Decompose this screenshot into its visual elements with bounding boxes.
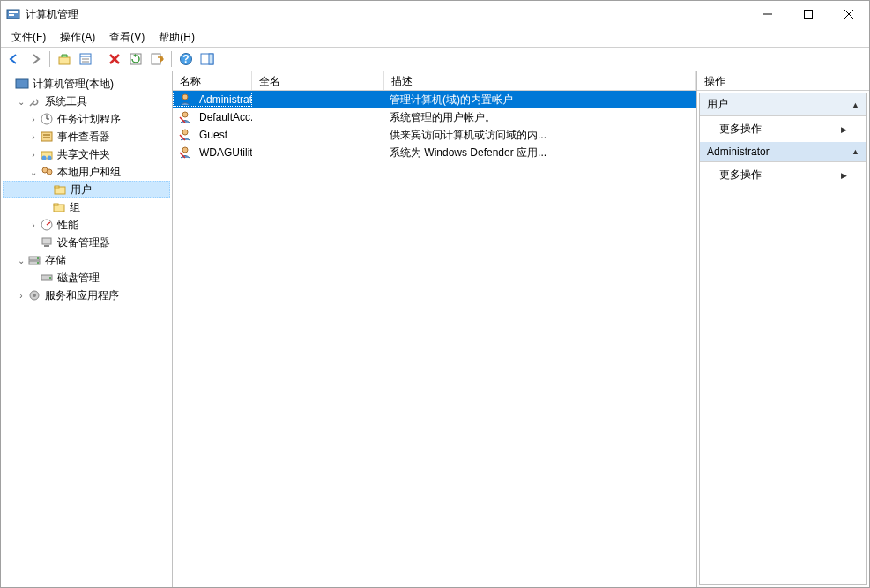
svg-point-43	[37, 262, 39, 264]
actions-body: 用户 ▲ 更多操作 ▶ Administrator ▲ 更多操作 ▶	[699, 93, 867, 585]
action-section-label: Administrator	[707, 145, 770, 158]
list-row[interactable]: Guest 供来宾访问计算机或访问域的内...	[173, 126, 696, 144]
action-section-users[interactable]: 用户 ▲	[700, 93, 866, 116]
minimize-button[interactable]	[747, 1, 788, 27]
actions-panel: 操作 用户 ▲ 更多操作 ▶ Administrator ▲ 更多操作 ▶	[697, 71, 869, 587]
show-hide-action-pane-button[interactable]	[197, 49, 217, 69]
chevron-right-icon[interactable]: ›	[27, 220, 40, 230]
chevron-right-icon[interactable]: ›	[27, 150, 40, 160]
titlebar: 计算机管理	[1, 1, 869, 27]
user-name: WDAGUtilit...	[199, 146, 252, 159]
tree-label: 磁盘管理	[57, 271, 100, 286]
action-more-users[interactable]: 更多操作 ▶	[700, 116, 866, 142]
chevron-down-icon[interactable]: ⌄	[27, 167, 40, 177]
tree-task-scheduler[interactable]: › 任务计划程序	[3, 110, 170, 128]
toolbar-separator	[49, 51, 50, 67]
svg-rect-39	[44, 245, 49, 247]
tree-panel[interactable]: 计算机管理(本地) ⌄ 系统工具 › 任务计划程序 › 事件查看器 › 共享文件…	[1, 71, 173, 587]
main-content: 计算机管理(本地) ⌄ 系统工具 › 任务计划程序 › 事件查看器 › 共享文件…	[1, 71, 869, 587]
nav-forward-button[interactable]	[26, 49, 45, 69]
nav-back-button[interactable]	[4, 49, 24, 69]
list-panel: 名称 全名 描述 Administrat... 管理计算机(域)的内置帐户 De…	[173, 71, 697, 587]
tree-disk-management[interactable]: 磁盘管理	[3, 269, 170, 287]
column-header-name[interactable]: 名称	[173, 71, 252, 90]
tree-system-tools[interactable]: ⌄ 系统工具	[3, 93, 170, 110]
event-viewer-icon	[40, 130, 54, 144]
close-button[interactable]	[829, 1, 869, 27]
user-description: 供来宾访问计算机或访问域的内...	[384, 128, 696, 143]
user-description: 系统管理的用户帐户。	[384, 110, 696, 125]
svg-rect-7	[59, 57, 70, 64]
tree-storage[interactable]: ⌄ 存储	[3, 251, 170, 269]
services-icon	[27, 288, 41, 302]
chevron-up-icon: ▲	[851, 100, 859, 109]
chevron-right-icon[interactable]: ›	[27, 132, 40, 142]
user-description: 管理计算机(域)的内置帐户	[384, 93, 696, 108]
folder-icon	[52, 200, 66, 214]
tree-label: 系统工具	[45, 94, 87, 109]
menu-action[interactable]: 操作(A)	[53, 28, 102, 47]
users-groups-icon	[40, 165, 54, 179]
computer-management-icon	[15, 77, 29, 91]
export-button[interactable]	[147, 49, 167, 69]
help-button[interactable]: ?	[176, 49, 196, 69]
menubar: 文件(F) 操作(A) 查看(V) 帮助(H)	[1, 27, 869, 47]
window-title: 计算机管理	[26, 7, 747, 22]
properties-button[interactable]	[76, 49, 95, 69]
tree-shared-folders[interactable]: › 共享文件夹	[3, 145, 170, 163]
svg-rect-15	[152, 54, 160, 64]
column-header-description[interactable]: 描述	[384, 71, 696, 90]
menu-file[interactable]: 文件(F)	[4, 28, 53, 47]
action-more-administrator[interactable]: 更多操作 ▶	[700, 162, 866, 188]
menu-help[interactable]: 帮助(H)	[152, 28, 202, 47]
svg-rect-24	[41, 132, 52, 141]
tree-users[interactable]: 用户	[3, 181, 170, 198]
maximize-button[interactable]	[788, 1, 829, 27]
tree-root[interactable]: 计算机管理(本地)	[3, 75, 170, 93]
list-body[interactable]: Administrat... 管理计算机(域)的内置帐户 DefaultAcc.…	[173, 91, 696, 587]
delete-button[interactable]	[105, 49, 124, 69]
tools-icon	[27, 94, 41, 108]
tree-label: 共享文件夹	[57, 147, 110, 162]
chevron-right-icon: ▶	[841, 171, 847, 180]
chevron-down-icon[interactable]: ⌄	[15, 256, 27, 265]
tree-event-viewer[interactable]: › 事件查看器	[3, 128, 170, 145]
user-name: Guest	[199, 129, 227, 141]
storage-icon	[27, 253, 41, 267]
action-section-administrator[interactable]: Administrator ▲	[700, 142, 866, 162]
user-name: Administrat...	[199, 93, 252, 106]
svg-text:?: ?	[182, 53, 189, 65]
tree-label: 计算机管理(本地)	[33, 77, 114, 92]
tree-groups[interactable]: 组	[3, 198, 170, 216]
svg-rect-33	[55, 186, 59, 188]
tree-label: 存储	[45, 253, 66, 268]
disk-icon	[40, 271, 54, 285]
tree-local-users-groups[interactable]: ⌄ 本地用户和组	[3, 163, 170, 181]
svg-point-29	[48, 156, 52, 160]
tree-performance[interactable]: › 性能	[3, 216, 170, 234]
menu-view[interactable]: 查看(V)	[102, 28, 152, 47]
list-header: 名称 全名 描述	[173, 71, 696, 91]
svg-rect-2	[9, 14, 14, 16]
tree-label: 用户	[71, 182, 92, 197]
tree-label: 本地用户和组	[57, 165, 121, 180]
list-row[interactable]: DefaultAcc... 系统管理的用户帐户。	[173, 108, 696, 126]
chevron-down-icon[interactable]: ⌄	[15, 97, 27, 107]
chevron-right-icon: ▶	[841, 125, 847, 134]
user-icon	[178, 93, 192, 107]
refresh-button[interactable]	[126, 49, 145, 69]
user-disabled-icon	[178, 110, 192, 124]
list-row[interactable]: WDAGUtilit... 系统为 Windows Defender 应用...	[173, 144, 696, 161]
toolbar: ?	[1, 47, 869, 71]
tree-device-manager[interactable]: 设备管理器	[3, 234, 170, 251]
app-icon	[6, 7, 20, 21]
column-header-fullname[interactable]: 全名	[252, 71, 384, 90]
tree-label: 事件查看器	[57, 130, 110, 145]
up-level-button[interactable]	[55, 49, 74, 69]
window-controls	[747, 1, 869, 27]
chevron-right-icon[interactable]: ›	[27, 115, 40, 124]
tree-services-apps[interactable]: › 服务和应用程序	[3, 287, 170, 304]
chevron-right-icon[interactable]: ›	[15, 291, 27, 301]
svg-point-45	[49, 277, 51, 279]
list-row[interactable]: Administrat... 管理计算机(域)的内置帐户	[173, 91, 696, 108]
